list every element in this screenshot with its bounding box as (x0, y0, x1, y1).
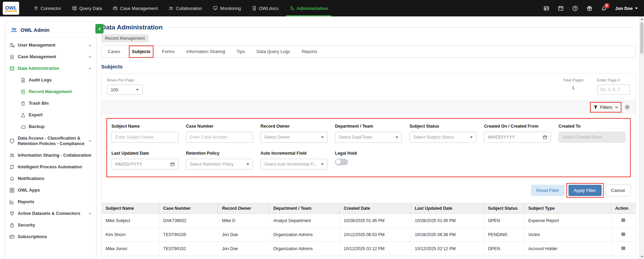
tab-tips[interactable]: Tips (237, 49, 245, 54)
tab-cases[interactable]: Cases (108, 49, 120, 54)
filter-field-subject-status: Subject Status Select Subject Status (410, 124, 477, 143)
nav-item-monitoring[interactable]: Monitoring (207, 0, 246, 16)
sidebar-item-notifications[interactable]: Notifications (5, 173, 96, 184)
cell-subject-status: OPEN (484, 242, 524, 256)
user-management-icon (9, 42, 15, 48)
owl-logo[interactable]: OWL (3, 2, 19, 15)
bell-icon (9, 176, 15, 181)
main-nav: Connector Query Data Case Management Col… (28, 0, 333, 16)
vertical-scrollbar[interactable] (639, 16, 644, 259)
pagination-row: Rows Per Page 100 Total Pages 1 Enter Pa… (102, 74, 635, 100)
tab-reports[interactable]: Reports (302, 49, 318, 54)
column-header-record-owner: Record Owner (218, 203, 269, 214)
nav-item-owldocs[interactable]: OWLdocs (246, 0, 284, 16)
chart-icon (9, 199, 15, 205)
sidebar-item-data-administration[interactable]: Data Administration (5, 63, 96, 74)
sidebar-item-trash-bin[interactable]: Trash Bin (5, 98, 96, 109)
scrollbar-thumb[interactable] (640, 22, 643, 54)
record-owner-select[interactable]: Select Owner (260, 132, 327, 143)
row-actions-icon[interactable] (621, 246, 626, 251)
scroll-down-arrow[interactable] (640, 254, 644, 259)
sidebar-item-reports[interactable]: Reports (5, 196, 96, 208)
chevron-down-icon (88, 139, 92, 143)
page-number-input[interactable] (597, 85, 630, 95)
reset-filter-button[interactable]: Reset Filter (531, 185, 564, 196)
nav-item-collaboration[interactable]: Collaboration (163, 0, 207, 16)
sidebar-item-data-access[interactable]: Data Access - Classification & Retention… (5, 132, 96, 150)
sidebar-item-owl-apps[interactable]: OWL Apps (5, 184, 96, 196)
bell-icon[interactable]: 9 (601, 5, 607, 11)
card-icon (9, 234, 15, 239)
sidebar-item-intelligent-process-automation[interactable]: Intelligent Process Automation (5, 161, 96, 173)
help-icon[interactable] (572, 5, 578, 11)
filter-panel: Subject Name Case Number Record Owner Se… (106, 118, 631, 177)
apps-grid-icon (9, 187, 15, 193)
user-menu[interactable]: Jon Doe (615, 6, 638, 11)
filter-field-case-number: Case Number (186, 124, 253, 143)
table-row: Mike Jonsn TEST90152 Jon Doe Organizatio… (102, 242, 635, 256)
filters-toggle-button[interactable]: Filters (593, 105, 618, 110)
sidebar-collapse-button[interactable] (95, 24, 104, 34)
main-content: Data Administration Record Management Ca… (101, 16, 636, 259)
column-header-subject-name: Subject Name (102, 203, 159, 214)
cell-subject-type: Victim (524, 228, 611, 242)
nav-item-label: Case Management (120, 6, 158, 11)
scan-icon[interactable] (544, 5, 549, 11)
cell-subject-name: Kim Shorn (102, 228, 159, 242)
cell-last-updated-date: 10/12/2025 02:12 PM (411, 242, 484, 256)
legal-hold-toggle[interactable] (335, 159, 348, 165)
plug-icon (9, 211, 15, 216)
sidebar-item-case-management[interactable]: Case Management (5, 51, 96, 63)
filter-field-record-owner: Record Owner Select Owner (260, 124, 327, 143)
chevron-down-icon (88, 55, 92, 59)
last-updated-date-input[interactable]: MM/DD/YYYY (111, 159, 178, 170)
nav-item-connector[interactable]: Connector (28, 0, 67, 16)
department-team-select[interactable]: Select Dept/Team (335, 132, 402, 143)
sidebar-item-security[interactable]: Security (5, 219, 96, 231)
nav-item-case-management[interactable]: Case Management (107, 0, 163, 16)
created-from-date-input[interactable]: MM/DD/YYYY (484, 132, 551, 143)
sidebar-item-backup[interactable]: Backup (5, 121, 96, 132)
cell-record-owner: Jon Doe (218, 242, 269, 256)
row-actions-icon[interactable] (621, 218, 626, 223)
trash-icon (20, 101, 26, 106)
sidebar-item-user-management[interactable]: User Management (5, 39, 96, 51)
sidebar-item-export[interactable]: Export (5, 109, 96, 121)
gear-icon[interactable] (625, 104, 630, 110)
created-to-input[interactable] (559, 132, 626, 143)
sidebar-item-record-management[interactable]: Record Management (5, 86, 96, 98)
column-header-last-updated-date: Last Updated Date (411, 203, 484, 214)
gift-icon[interactable] (587, 5, 592, 11)
nav-item-query-data[interactable]: Query Data (67, 0, 107, 16)
scroll-up-arrow[interactable] (640, 16, 644, 21)
retention-policy-select[interactable]: Select Retention Policy (186, 159, 253, 170)
cancel-button[interactable]: Cancel (605, 184, 631, 196)
sidebar-item-subscriptions[interactable]: Subscriptions (5, 231, 96, 243)
cell-subject-status: PENDING (484, 228, 524, 242)
calendar-icon[interactable] (558, 5, 564, 11)
sidebar-item-audit-logs[interactable]: Audit Logs (5, 74, 96, 86)
sidebar-item-information-sharing[interactable]: Information Sharing - Collaboration (5, 150, 96, 161)
filter-buttons-row: Reset Filter Apply Filter Cancel (102, 177, 635, 203)
cell-created-date: 10/28/2025 01:45 PM (339, 214, 411, 228)
rows-per-page-label: Rows Per Page (107, 78, 143, 82)
rows-per-page-select[interactable]: 100 (107, 85, 143, 95)
subject-status-select[interactable]: Select Subject Status (410, 132, 477, 143)
auto-incremental-field-select[interactable]: Select Auto Incremental Fi... (260, 159, 327, 170)
apply-filter-button[interactable]: Apply Filter (568, 185, 602, 196)
tab-forms[interactable]: Forms (162, 49, 175, 54)
tab-data-query-logs[interactable]: Data Query Logs (256, 49, 290, 54)
briefcase-icon (113, 6, 118, 11)
tab-information-sharing[interactable]: Information Sharing (186, 49, 225, 54)
sidebar-item-active-datasets[interactable]: Active Datasets & Connectors (5, 208, 96, 219)
tab-subjects[interactable]: Subjects (132, 49, 150, 54)
caret-down-icon (246, 164, 249, 165)
subject-name-input[interactable] (111, 132, 178, 143)
row-actions-icon[interactable] (621, 232, 626, 237)
cell-subject-type: Account Holder (524, 242, 611, 256)
filters-bar: Filters (102, 100, 635, 114)
case-number-input[interactable] (186, 132, 253, 143)
sidebar-menu: User Management Case Management Data Adm… (5, 38, 96, 244)
table-row: Mike Subject DAK738832 Mike D Analyst De… (102, 214, 635, 228)
nav-item-administration[interactable]: Administration (284, 0, 334, 16)
